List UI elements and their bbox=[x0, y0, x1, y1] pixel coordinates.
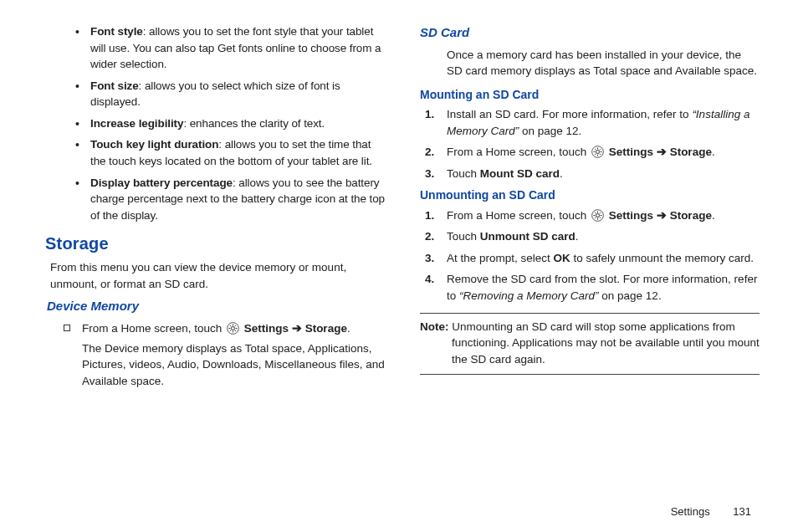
settings-label: Settings bbox=[244, 322, 289, 335]
text: From a Home screen, touch bbox=[447, 209, 590, 222]
list-item: Remove the SD card from the slot. For mo… bbox=[443, 271, 760, 304]
note-rule bbox=[420, 313, 760, 314]
footer-section: Settings bbox=[671, 505, 710, 518]
text: on page 12. bbox=[519, 125, 581, 137]
mounting-heading: Mounting an SD Card bbox=[420, 86, 760, 103]
note-block: Note: Unmounting an SD card will stop so… bbox=[420, 319, 760, 368]
arrow-icon: ➔ bbox=[289, 322, 305, 335]
storage-intro: From this menu you can view the device m… bbox=[47, 259, 386, 292]
settings-icon bbox=[591, 209, 604, 222]
settings-icon bbox=[227, 322, 239, 335]
list-item: Touch Unmount SD card. bbox=[443, 228, 760, 245]
arrow-icon: ➔ bbox=[653, 146, 670, 158]
device-memory-body: From a Home screen, touch Settings ➔ Sto… bbox=[82, 320, 386, 389]
list-item: Touch key light duration: allows you to … bbox=[90, 136, 386, 169]
bullet-label: Display battery percentage bbox=[90, 176, 233, 189]
cross-ref: “Removing a Memory Card” bbox=[459, 289, 599, 302]
list-item: Install an SD card. For more information… bbox=[443, 106, 760, 139]
dm-line1: From a Home screen, touch Settings ➔ Sto… bbox=[82, 320, 386, 337]
list-item: Increase legibility: enhances the clarit… bbox=[90, 115, 386, 132]
bold-text: Mount SD card bbox=[480, 167, 560, 180]
svg-point-5 bbox=[596, 213, 600, 217]
text: Touch bbox=[447, 167, 480, 180]
bullet-text: : enhances the clarity of text. bbox=[183, 117, 325, 130]
arrow-icon: ➔ bbox=[653, 209, 670, 222]
list-item: Touch Mount SD card. bbox=[443, 166, 760, 182]
page-number: 131 bbox=[733, 504, 751, 520]
device-memory-heading: Device Memory bbox=[47, 297, 386, 315]
bullet-label: Touch key light duration bbox=[90, 138, 218, 151]
left-column: Font style: allows you to set the font s… bbox=[47, 23, 386, 392]
right-column: SD Card Once a memory card has been inst… bbox=[420, 23, 760, 392]
square-bullet-icon bbox=[64, 325, 70, 331]
storage-label: Storage bbox=[670, 146, 712, 158]
mounting-steps: Install an SD card. For more information… bbox=[420, 106, 760, 182]
note-label: Note: bbox=[420, 320, 449, 333]
bullet-label: Font size bbox=[90, 79, 139, 92]
storage-label: Storage bbox=[305, 322, 347, 335]
device-memory-step: From a Home screen, touch Settings ➔ Sto… bbox=[47, 320, 386, 389]
sd-card-heading: SD Card bbox=[420, 23, 760, 42]
svg-point-1 bbox=[232, 327, 235, 330]
list-item: Font size: allows you to select which si… bbox=[90, 78, 386, 110]
text: on page 12. bbox=[599, 289, 662, 302]
bullet-label: Font style bbox=[90, 25, 143, 38]
list-item: At the prompt, select OK to safely unmou… bbox=[443, 250, 760, 267]
list-item: Font style: allows you to set the font s… bbox=[90, 23, 386, 73]
list-item: From a Home screen, touch Settings ➔ Sto… bbox=[443, 144, 760, 161]
storage-label: Storage bbox=[670, 209, 712, 222]
storage-heading: Storage bbox=[45, 232, 386, 256]
text: From a Home screen, touch bbox=[447, 146, 590, 158]
svg-point-3 bbox=[596, 151, 600, 154]
note-rule bbox=[420, 374, 760, 375]
text: . bbox=[575, 230, 579, 243]
text: . bbox=[560, 167, 563, 180]
bullet-label: Increase legibility bbox=[90, 117, 183, 130]
text: . bbox=[712, 209, 715, 222]
settings-label: Settings bbox=[609, 146, 653, 158]
display-options-list: Font style: allows you to set the font s… bbox=[47, 23, 386, 223]
text: From a Home screen, touch bbox=[82, 322, 225, 335]
sd-card-intro: Once a memory card has been installed in… bbox=[420, 47, 760, 79]
text: . bbox=[347, 322, 350, 335]
text: Install an SD card. For more information… bbox=[447, 108, 692, 120]
text: . bbox=[712, 146, 715, 158]
list-item: From a Home screen, touch Settings ➔ Sto… bbox=[443, 207, 760, 224]
text: Touch bbox=[447, 230, 480, 243]
text: At the prompt, select bbox=[447, 252, 554, 264]
settings-label: Settings bbox=[609, 209, 653, 222]
settings-icon bbox=[591, 146, 604, 158]
unmounting-heading: Unmounting an SD Card bbox=[420, 187, 760, 203]
bold-text: OK bbox=[554, 252, 570, 264]
text: to safely unmount the memory card. bbox=[570, 252, 754, 264]
page-footer: Settings 131 bbox=[671, 504, 751, 520]
note-text: Unmounting an SD card will stop some app… bbox=[449, 320, 760, 366]
page-columns: Font style: allows you to set the font s… bbox=[0, 0, 798, 426]
bold-text: Unmount SD card bbox=[480, 230, 575, 243]
list-item: Display battery percentage: allows you t… bbox=[90, 175, 386, 224]
dm-line2: The Device memory displays as Total spac… bbox=[82, 340, 386, 390]
unmounting-steps: From a Home screen, touch Settings ➔ Sto… bbox=[420, 207, 760, 304]
